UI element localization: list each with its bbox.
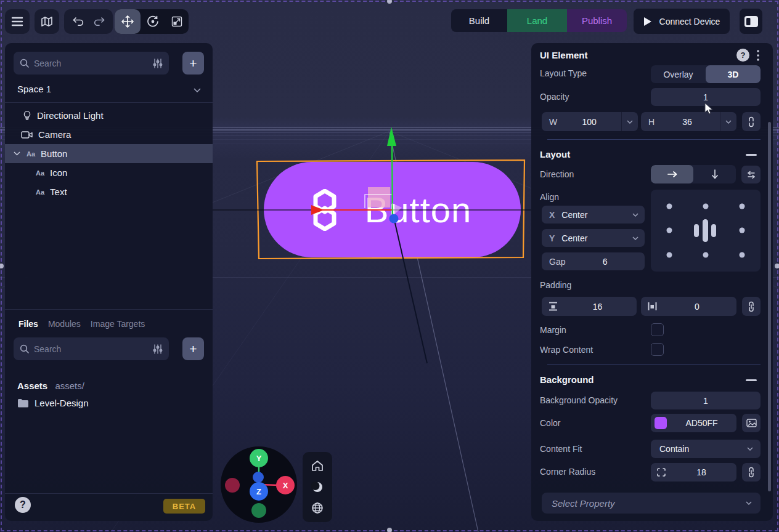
- collapse-section-icon[interactable]: [746, 154, 757, 156]
- layout-type-segmented: Overlay 3D: [651, 65, 761, 83]
- layout-type-3d[interactable]: 3D: [706, 65, 761, 83]
- padding-horizontal-input[interactable]: 0: [641, 297, 736, 316]
- beta-badge: BETA: [163, 499, 205, 514]
- color-swatch[interactable]: [655, 417, 667, 429]
- tree-item-camera[interactable]: Camera: [5, 125, 213, 144]
- tree-item-button[interactable]: Aa Button: [5, 144, 213, 163]
- filter-sliders-icon[interactable]: [153, 344, 163, 354]
- inspector-scrollbar[interactable]: [768, 122, 771, 491]
- scene-button-element[interactable]: Button: [264, 162, 521, 257]
- panel-toggle-icon: [744, 15, 759, 28]
- hierarchy-search[interactable]: [14, 52, 169, 75]
- wrap-content-checkbox[interactable]: [651, 343, 664, 356]
- space-selector[interactable]: Space 1: [5, 80, 213, 100]
- assets-path[interactable]: assets/: [55, 381, 84, 391]
- alignment-grid[interactable]: [651, 190, 761, 272]
- divider: [5, 493, 213, 494]
- height-input[interactable]: H 36: [641, 112, 736, 131]
- redo-icon[interactable]: [93, 17, 105, 26]
- axis-ball-neg-z: [253, 472, 264, 483]
- tree-item-icon[interactable]: Aa Icon: [5, 163, 213, 182]
- background-opacity-input[interactable]: 1: [651, 392, 761, 409]
- tab-land[interactable]: Land: [507, 9, 567, 32]
- help-button[interactable]: ?: [15, 497, 31, 513]
- connect-device-button[interactable]: Connect Device: [634, 9, 730, 34]
- corner-radius-icon: [656, 467, 666, 477]
- divider: [5, 309, 213, 310]
- hierarchy-search-input[interactable]: [34, 58, 148, 68]
- rotate-tool-button[interactable]: [141, 9, 165, 34]
- image-fill-button[interactable]: [742, 414, 761, 432]
- chevron-expanded-icon[interactable]: [14, 151, 20, 156]
- width-input[interactable]: W 100: [542, 112, 638, 131]
- content-fit-dropdown[interactable]: Contain: [651, 440, 761, 458]
- tree-item-directional-light[interactable]: Directional Light: [5, 106, 213, 125]
- direction-row-button[interactable]: [651, 165, 693, 183]
- align-x-dropdown[interactable]: X Center: [542, 206, 645, 224]
- width-unit-dropdown[interactable]: [621, 112, 638, 131]
- direction-column-button[interactable]: [693, 165, 736, 183]
- assets-search-input[interactable]: [34, 344, 148, 354]
- globe-icon[interactable]: [311, 501, 324, 515]
- hexagon-logo-icon: [313, 189, 336, 231]
- corner-radius-input[interactable]: 18: [651, 463, 736, 482]
- arrow-right-icon: [667, 171, 678, 178]
- tab-image-targets[interactable]: Image Targets: [91, 319, 145, 329]
- chevron-down-icon: [194, 88, 201, 92]
- kebab-menu-icon[interactable]: [757, 50, 759, 61]
- tab-modules[interactable]: Modules: [48, 319, 81, 329]
- opacity-label: Opacity: [540, 92, 569, 102]
- tab-publish[interactable]: Publish: [567, 9, 627, 32]
- layout-type-overlay[interactable]: Overlay: [651, 65, 706, 83]
- link-padding-button[interactable]: [742, 297, 761, 316]
- inspector-help-button[interactable]: ?: [736, 49, 749, 62]
- tree-item-text[interactable]: Aa Text: [5, 182, 213, 201]
- history-group: [64, 9, 113, 34]
- select-property-dropdown[interactable]: Select Property: [542, 493, 761, 514]
- home-icon[interactable]: [311, 459, 324, 473]
- align-x-prefix: X: [549, 210, 555, 220]
- add-asset-button[interactable]: +: [182, 337, 204, 360]
- undo-icon[interactable]: [72, 17, 84, 26]
- move-tool-button[interactable]: [115, 9, 141, 34]
- svg-text:X: X: [283, 481, 288, 490]
- align-y-dropdown[interactable]: Y Center: [542, 229, 645, 247]
- direction-label: Direction: [540, 169, 574, 179]
- folder-name: Level-Design: [35, 398, 89, 408]
- collapse-section-icon[interactable]: [746, 379, 757, 381]
- space-label: Space 1: [17, 84, 51, 94]
- add-object-button[interactable]: +: [182, 52, 204, 75]
- select-property-placeholder: Select Property: [552, 498, 615, 509]
- map-button[interactable]: [35, 9, 59, 34]
- height-unit-dropdown[interactable]: [720, 112, 736, 131]
- link-dimensions-button[interactable]: [742, 112, 761, 131]
- inspector-title: UI Element: [540, 50, 588, 60]
- capture-handle[interactable]: [387, 528, 392, 532]
- text-node-icon: Aa: [36, 188, 44, 196]
- gap-input[interactable]: Gap 6: [542, 252, 645, 270]
- moon-icon[interactable]: [311, 480, 324, 494]
- assets-search[interactable]: [14, 337, 169, 360]
- direction-reverse-button[interactable]: [741, 166, 761, 183]
- link-corner-radius-button[interactable]: [742, 463, 761, 482]
- camera-icon: [21, 131, 33, 139]
- rotate-tool-icon: [147, 15, 159, 28]
- orientation-gizmo[interactable]: Y X Z: [221, 446, 297, 523]
- toggle-right-panel-button[interactable]: [740, 9, 762, 34]
- padding-vertical-input[interactable]: 16: [542, 297, 637, 316]
- color-input[interactable]: AD50FF: [651, 414, 736, 432]
- scale-tool-button[interactable]: [165, 9, 189, 34]
- main-menu-button[interactable]: [5, 9, 30, 34]
- hierarchy-panel: + Space 1 Directional Light Camera Aa Bu…: [5, 43, 213, 521]
- text-node-icon: Aa: [27, 150, 35, 158]
- tab-build[interactable]: Build: [451, 9, 507, 32]
- chevron-down-icon: [632, 213, 638, 217]
- height-prefix: H: [648, 117, 655, 127]
- content-fit-label: Content Fit: [540, 444, 582, 454]
- margin-checkbox[interactable]: [651, 323, 664, 336]
- tab-files[interactable]: Files: [18, 319, 38, 329]
- filter-sliders-icon[interactable]: [153, 58, 163, 68]
- capture-handle[interactable]: [775, 264, 779, 268]
- folder-item[interactable]: Level-Design: [17, 398, 89, 408]
- search-icon: [20, 344, 29, 353]
